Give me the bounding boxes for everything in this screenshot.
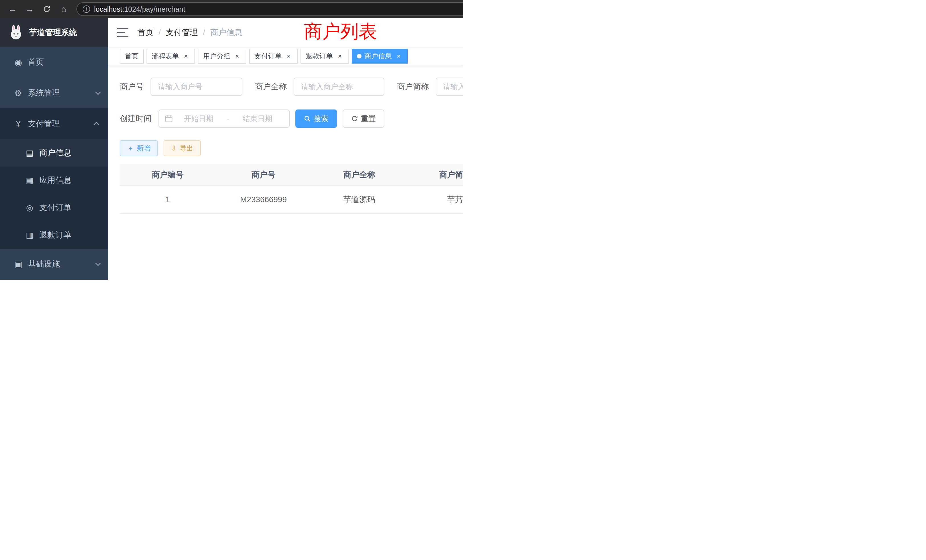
- url-text: localhost:1024/pay/merchant: [94, 5, 463, 14]
- sidebar-item-pay-order[interactable]: ◎ 支付订单: [0, 194, 108, 221]
- chevron-down-icon: [95, 89, 101, 95]
- date-start-placeholder: 开始日期: [173, 114, 225, 124]
- merchant-no-input[interactable]: [151, 77, 242, 96]
- refresh-icon: [351, 115, 358, 122]
- browser-toolbar: ← → ⌂ i localhost:1024/pay/merchant ☆ 10: [0, 0, 463, 18]
- app-frame: 芋道管理系统 ◉ 首页 ⚙ 系统管理 ¥ 支付管理 ▤ 商户信息: [0, 18, 463, 280]
- payment-menu-group: ¥ 支付管理 ▤ 商户信息 ▦ 应用信息 ◎ 支付订单 ▥: [0, 108, 108, 249]
- forward-icon[interactable]: →: [23, 2, 36, 16]
- main-area: 首页 / 支付管理 / 商户信息 ?: [108, 18, 463, 280]
- sidebar-item-dev-tools[interactable]: ▧ 研发工具: [0, 279, 108, 280]
- tab-home[interactable]: 首页: [120, 49, 144, 64]
- breadcrumb: 首页 / 支付管理 / 商户信息: [138, 27, 242, 38]
- yen-icon: ¥: [11, 119, 25, 129]
- document-icon: ▥: [23, 230, 36, 240]
- full-name-input[interactable]: [294, 77, 384, 96]
- dashboard-icon: ◉: [11, 57, 25, 67]
- close-icon[interactable]: ×: [182, 53, 190, 60]
- plus-icon: ＋: [127, 144, 134, 153]
- table-toolbar: ＋ 新增 ⇩ 导出: [120, 140, 463, 156]
- cell-merchant-no: M233666999: [216, 186, 311, 213]
- sidebar-item-infra[interactable]: ▣ 基础设施: [0, 249, 108, 279]
- close-icon[interactable]: ×: [395, 53, 402, 60]
- merchant-no-label: 商户号: [120, 81, 151, 92]
- breadcrumb-home[interactable]: 首页: [138, 27, 153, 38]
- date-end-placeholder: 结束日期: [232, 114, 283, 124]
- sidebar-item-refund-order[interactable]: ▥ 退款订单: [0, 221, 108, 249]
- credit-card-icon: ▤: [23, 148, 36, 158]
- close-icon[interactable]: ×: [233, 53, 241, 60]
- short-name-input[interactable]: [436, 77, 463, 96]
- logo[interactable]: 芋道管理系统: [0, 18, 108, 47]
- sidebar-item-payment[interactable]: ¥ 支付管理: [0, 108, 108, 139]
- create-time-range-picker[interactable]: 开始日期 - 结束日期: [159, 109, 290, 128]
- pagination: 共 1 条 10条/页 1 前往 页: [120, 226, 463, 242]
- top-navbar: 首页 / 支付管理 / 商户信息 ?: [108, 18, 463, 47]
- breadcrumb-merchant: 商户信息: [210, 27, 242, 38]
- app-title: 芋道管理系统: [29, 27, 77, 38]
- col-merchant-id: 商户编号: [120, 164, 216, 186]
- col-short-name: 商户简称: [407, 164, 463, 186]
- url-bar[interactable]: i localhost:1024/pay/merchant ☆: [76, 2, 463, 16]
- coin-icon: ◎: [23, 203, 36, 212]
- short-name-label: 商户简称: [397, 81, 436, 92]
- export-button[interactable]: ⇩ 导出: [163, 140, 201, 156]
- tab-refund-order[interactable]: 退款订单×: [301, 49, 349, 64]
- annotation-merchant-list: 商户列表: [304, 22, 377, 41]
- cell-merchant-id: 1: [120, 186, 216, 213]
- add-button[interactable]: ＋ 新增: [120, 140, 158, 156]
- close-icon[interactable]: ×: [284, 53, 292, 60]
- table-header-row: 商户编号 商户号 商户全称 商户简称 开启状态 备注 创建时间 操作: [120, 164, 463, 186]
- tags-view: 首页 流程表单× 用户分组× 支付订单× 退款订单× 商户信息×: [108, 47, 463, 66]
- home-icon[interactable]: ⌂: [57, 2, 71, 16]
- cell-full-name: 芋道源码: [311, 186, 407, 213]
- back-icon[interactable]: ←: [6, 2, 20, 16]
- download-icon: ⇩: [171, 144, 177, 152]
- merchant-table: 商户编号 商户号 商户全称 商户简称 开启状态 备注 创建时间 操作: [120, 164, 463, 214]
- calendar-icon: [165, 115, 173, 123]
- active-dot: [357, 54, 362, 59]
- sidebar-item-system[interactable]: ⚙ 系统管理: [0, 77, 108, 108]
- search-button[interactable]: 搜索: [295, 109, 337, 128]
- chevron-down-icon: [95, 260, 101, 266]
- reset-button[interactable]: 重置: [343, 109, 384, 128]
- filter-row-1: 商户号 商户全称 商户简称 开启状态: [120, 77, 463, 96]
- hamburger-icon[interactable]: [117, 28, 128, 37]
- create-time-label: 创建时间: [120, 113, 159, 124]
- sidebar-item-app-info[interactable]: ▦ 应用信息: [0, 166, 108, 194]
- page-content: 商户号 商户全称 商户简称 开启状态: [108, 66, 463, 242]
- tab-user-group[interactable]: 用户分组×: [198, 49, 246, 64]
- tab-merchant-info[interactable]: 商户信息×: [352, 49, 408, 64]
- breadcrumb-payment[interactable]: 支付管理: [166, 27, 198, 38]
- gear-icon: ⚙: [11, 88, 25, 98]
- filter-row-2: 创建时间 开始日期 - 结束日期 搜索: [120, 109, 463, 128]
- sidebar-item-home[interactable]: ◉ 首页: [0, 47, 108, 77]
- search-icon: [304, 115, 311, 122]
- sidebar-item-merchant-info[interactable]: ▤ 商户信息: [0, 139, 108, 166]
- close-icon[interactable]: ×: [336, 53, 344, 60]
- table-row: 1 M233666999 芋道源码 芋艿 我是备注 2021-10-23 08:…: [120, 186, 463, 213]
- site-info-icon[interactable]: i: [83, 5, 90, 13]
- grid-icon: ▦: [23, 176, 36, 185]
- tab-pay-order[interactable]: 支付订单×: [249, 49, 298, 64]
- tab-process-form[interactable]: 流程表单×: [147, 49, 195, 64]
- cell-short-name: 芋艿: [407, 186, 463, 213]
- col-merchant-no: 商户号: [216, 164, 311, 186]
- logo-rabbit-icon: [8, 24, 24, 41]
- infrastructure-icon: ▣: [11, 259, 25, 269]
- sidebar: 芋道管理系统 ◉ 首页 ⚙ 系统管理 ¥ 支付管理 ▤ 商户信息: [0, 18, 108, 280]
- full-name-label: 商户全称: [255, 81, 294, 92]
- col-full-name: 商户全称: [311, 164, 407, 186]
- screen: ← → ⌂ i localhost:1024/pay/merchant ☆ 10: [0, 0, 463, 280]
- reload-icon[interactable]: [40, 2, 54, 16]
